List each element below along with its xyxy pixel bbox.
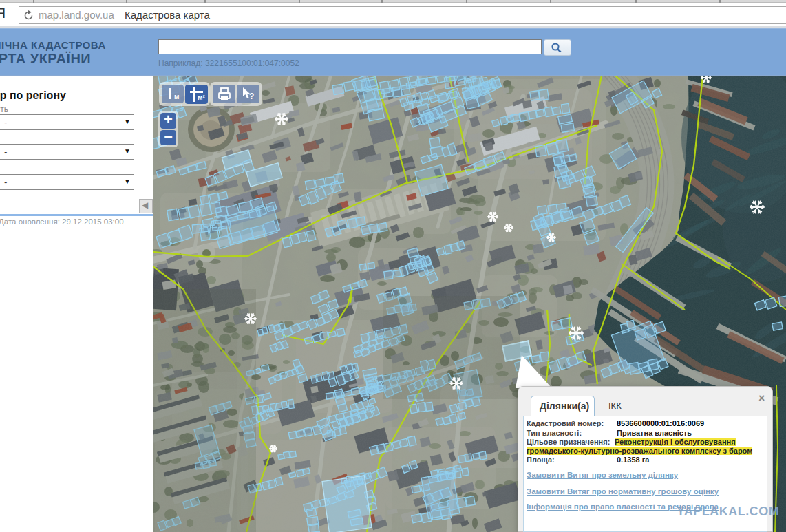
svg-text:?: ? xyxy=(249,92,254,101)
